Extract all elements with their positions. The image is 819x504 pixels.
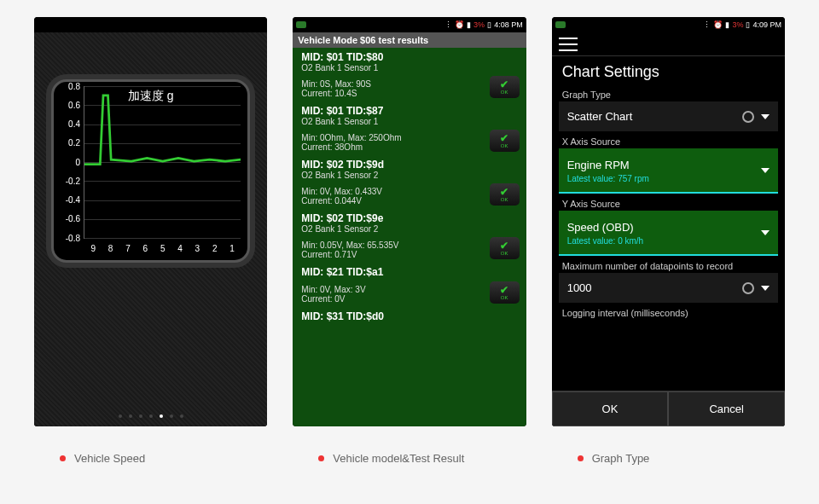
result-item[interactable]: MID: $21 TID:$a1Min: 0V, Max: 3VCurrent:… bbox=[293, 263, 526, 307]
result-sub: O2 Bank 1 Sensor 2 bbox=[301, 224, 517, 234]
y-axis-value: Speed (OBD) bbox=[567, 221, 634, 234]
x-tick: 1 bbox=[229, 244, 235, 253]
bluetooth-icon: ⋮ bbox=[703, 20, 711, 29]
alarm-icon: ⏰ bbox=[455, 20, 464, 29]
max-dp-select[interactable]: 1000 bbox=[559, 273, 778, 303]
y-tick: -0.2 bbox=[59, 177, 80, 186]
chart-settings-screen: Chart Settings Graph Type Scatter Chart … bbox=[552, 32, 785, 426]
statusbar: ⋮ ⏰ ▮ 3% ▯ 4:09 PM bbox=[552, 17, 785, 32]
gauge-screen: 加速度 g 0.80.60.40.20-0.2-0.4-0.6-0.8 9876… bbox=[34, 32, 267, 426]
result-item[interactable]: MID: $01 TID:$80O2 Bank 1 Sensor 1Min: 0… bbox=[293, 48, 526, 101]
clock: 4:08 PM bbox=[494, 20, 523, 29]
menu-icon[interactable] bbox=[559, 38, 578, 51]
x-tick: 2 bbox=[212, 244, 218, 253]
y-tick: 0.6 bbox=[59, 101, 80, 110]
phone-test-results: ⋮ ⏰ ▮ 3% ▯ 4:08 PM Vehicle Mode $06 test… bbox=[293, 17, 526, 426]
caption-1: Vehicle Speed bbox=[34, 452, 267, 465]
result-head: MID: $02 TID:$9e bbox=[301, 212, 517, 224]
phone-vehicle-speed: 加速度 g 0.80.60.40.20-0.2-0.4-0.6-0.8 9876… bbox=[34, 17, 267, 426]
x-tick: 9 bbox=[90, 244, 96, 253]
result-item[interactable]: MID: $02 TID:$9eO2 Bank 1 Sensor 2Min: 0… bbox=[293, 209, 526, 263]
graph-type-value: Scatter Chart bbox=[567, 110, 633, 123]
test-results-screen: Vehicle Mode $06 test results MID: $01 T… bbox=[293, 32, 526, 426]
action-bar bbox=[552, 32, 785, 56]
x-axis-sub: Latest value: 757 rpm bbox=[567, 174, 649, 183]
x-tick: 5 bbox=[160, 244, 166, 253]
result-values: Min: 0Ohm, Max: 250OhmCurrent: 38Ohm bbox=[301, 133, 517, 152]
result-sub: O2 Bank 1 Sensor 2 bbox=[301, 171, 517, 180]
x-tick: 4 bbox=[177, 244, 183, 253]
ok-badge: ✔OK bbox=[490, 183, 520, 206]
dialog-buttons: OK Cancel bbox=[552, 391, 785, 426]
x-tick: 7 bbox=[125, 244, 131, 253]
clock: 4:09 PM bbox=[752, 20, 781, 29]
ok-badge: ✔OK bbox=[490, 76, 520, 98]
result-item[interactable]: MID: $01 TID:$87O2 Bank 1 Sensor 1Min: 0… bbox=[293, 101, 526, 155]
chevron-down-icon bbox=[761, 286, 770, 291]
y-tick: -0.4 bbox=[59, 195, 80, 205]
result-item[interactable]: MID: $02 TID:$9dO2 Bank 1 Sensor 2Min: 0… bbox=[293, 155, 526, 209]
x-tick: 6 bbox=[143, 244, 148, 253]
caption-2: Vehicle model&Test Result bbox=[293, 452, 526, 465]
battery-pct: 3% bbox=[473, 20, 485, 29]
chevron-down-icon bbox=[761, 114, 770, 119]
statusbar bbox=[34, 17, 267, 32]
graph-type-select[interactable]: Scatter Chart bbox=[559, 101, 778, 131]
signal-icon: ▮ bbox=[467, 20, 471, 29]
bullet-icon bbox=[318, 455, 324, 461]
y-tick: -0.6 bbox=[59, 214, 80, 223]
cancel-button[interactable]: Cancel bbox=[668, 391, 785, 426]
check-icon: ✔ bbox=[500, 79, 508, 90]
max-dp-label: Maximum number of datapoints to record bbox=[555, 256, 781, 273]
chart-line bbox=[84, 86, 241, 242]
check-icon: ✔ bbox=[500, 187, 508, 197]
result-head: MID: $02 TID:$9d bbox=[301, 159, 517, 171]
alarm-icon: ⏰ bbox=[713, 20, 723, 29]
bluetooth-icon: ⋮ bbox=[444, 20, 452, 29]
x-tick: 3 bbox=[195, 244, 200, 253]
page-dots[interactable] bbox=[119, 414, 183, 418]
max-dp-value: 1000 bbox=[567, 281, 592, 294]
gauge-plot: 0.80.60.40.20-0.2-0.4-0.6-0.8 987654321 bbox=[84, 86, 241, 239]
radio-icon bbox=[742, 282, 754, 294]
caption-3: Graph Type bbox=[552, 452, 785, 465]
result-sub: O2 Bank 1 Sensor 1 bbox=[301, 117, 517, 126]
y-axis-label: Y Axis Source bbox=[555, 194, 781, 211]
app-icon bbox=[296, 21, 306, 28]
ok-badge: ✔OK bbox=[490, 130, 520, 152]
result-head: MID: $31 TID:$d0 bbox=[301, 310, 517, 322]
check-icon: ✔ bbox=[500, 133, 508, 143]
x-axis-label: X Axis Source bbox=[555, 131, 781, 148]
check-icon: ✔ bbox=[500, 240, 508, 251]
radio-icon bbox=[742, 111, 754, 123]
battery-pct: 3% bbox=[732, 20, 743, 29]
page-title: Chart Settings bbox=[552, 56, 785, 84]
phone-chart-settings: ⋮ ⏰ ▮ 3% ▯ 4:09 PM Chart Settings Graph … bbox=[552, 17, 785, 426]
result-head: MID: $01 TID:$80 bbox=[301, 51, 517, 63]
y-axis-select[interactable]: Speed (OBD) Latest value: 0 km/h bbox=[559, 211, 778, 256]
x-tick: 8 bbox=[108, 244, 113, 253]
result-values: Min: 0V, Max: 3VCurrent: 0V bbox=[301, 285, 517, 304]
chevron-down-icon bbox=[761, 230, 770, 235]
result-sub: O2 Bank 1 Sensor 1 bbox=[301, 63, 517, 72]
screen-header: Vehicle Mode $06 test results bbox=[293, 32, 526, 48]
results-list[interactable]: MID: $01 TID:$80O2 Bank 1 Sensor 1Min: 0… bbox=[293, 48, 526, 425]
bullet-icon bbox=[60, 455, 66, 461]
ok-button[interactable]: OK bbox=[552, 391, 669, 426]
app-icon bbox=[555, 21, 566, 28]
battery-icon: ▯ bbox=[487, 20, 491, 29]
x-axis-value: Engine RPM bbox=[567, 159, 630, 171]
chevron-down-icon bbox=[761, 168, 770, 173]
acceleration-gauge: 加速度 g 0.80.60.40.20-0.2-0.4-0.6-0.8 9876… bbox=[51, 79, 250, 263]
graph-type-label: Graph Type bbox=[555, 84, 781, 101]
ok-badge: ✔OK bbox=[490, 237, 520, 259]
signal-icon: ▮ bbox=[725, 20, 729, 29]
statusbar: ⋮ ⏰ ▮ 3% ▯ 4:08 PM bbox=[293, 17, 526, 32]
x-axis-select[interactable]: Engine RPM Latest value: 757 rpm bbox=[559, 148, 778, 194]
y-tick: -0.8 bbox=[59, 234, 80, 243]
y-tick: 0.2 bbox=[59, 138, 80, 148]
result-head: MID: $01 TID:$87 bbox=[301, 105, 517, 117]
result-values: Min: 0V, Max: 0.433VCurrent: 0.044V bbox=[301, 187, 517, 206]
bullet-icon bbox=[578, 455, 584, 461]
result-item[interactable]: MID: $31 TID:$d0 bbox=[293, 307, 526, 326]
